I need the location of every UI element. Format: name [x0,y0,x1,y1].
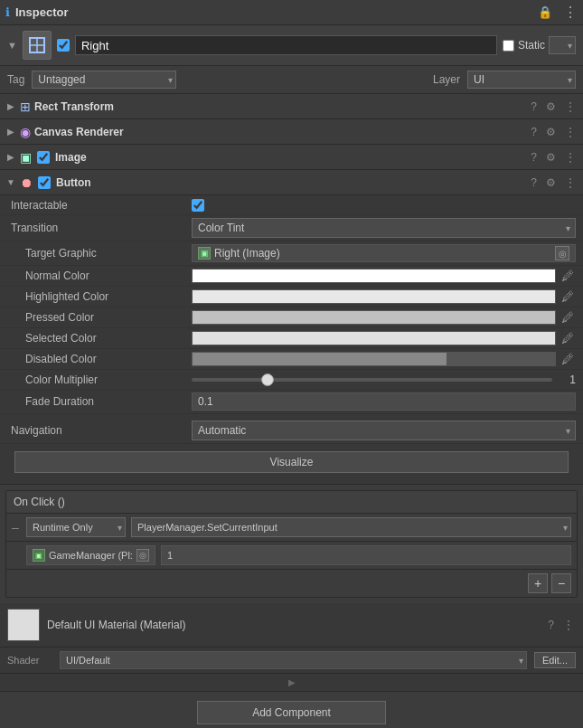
canvas-renderer-settings-icon[interactable]: ⚙ [544,126,558,138]
disabled-color-eyedropper[interactable]: 🖉 [559,352,576,366]
material-section: Default UI Material (Material) ? ⋮ [0,603,583,648]
material-more-icon[interactable]: ⋮ [561,619,576,631]
onclick-dash: – [12,520,21,534]
color-multiplier-row: Color Multiplier 1 [0,370,583,390]
rect-transform-settings-icon[interactable]: ⚙ [544,100,558,113]
material-name: Default UI Material (Material) [47,619,539,631]
onclick-row: – Runtime Only PlayerManager.SetCurrentI… [6,514,577,542]
image-help-icon[interactable]: ? [529,151,539,164]
target-graphic-label: Target Graphic [11,247,192,260]
visualize-area: Visualize [0,444,583,484]
image-actions: ? ⚙ ⋮ [529,151,578,164]
material-preview [7,609,40,641]
pressed-color-eyedropper[interactable]: 🖉 [559,310,576,325]
selected-color-eyedropper[interactable]: 🖉 [559,331,576,345]
inspector-header: ℹ Inspector 🔒 ⋮ [0,0,583,25]
add-component-button[interactable]: Add Component [197,701,386,724]
disabled-color-bar[interactable] [192,352,556,366]
image-expand-arrow: ▶ [5,152,16,162]
shader-dropdown-wrapper[interactable]: UI/Default [60,651,527,669]
interactable-label: Interactable [11,199,192,212]
static-dropdown-wrapper[interactable] [549,36,576,54]
collapse-row[interactable]: ▶ [0,674,583,692]
interactable-checkbox[interactable] [192,199,204,212]
normal-color-eyedropper[interactable]: 🖉 [559,269,576,283]
button-properties: Interactable Transition Color Tint Targe… [0,195,583,485]
component-row-rect-transform[interactable]: ▶ ⊞ Rect Transform ? ⚙ ⋮ [0,94,583,119]
component-row-image[interactable]: ▶ ▣ Image ? ⚙ ⋮ [0,145,583,170]
shader-row: Shader UI/Default Edit... [0,648,583,674]
interactable-value [192,199,576,212]
onclick-object-row: ▣ GameManager (Pl: ◎ [6,542,577,570]
normal-color-bar[interactable] [192,269,556,283]
button-active-checkbox[interactable] [38,176,51,189]
navigation-value: Automatic [192,421,576,440]
onclick-add-btn[interactable]: + [528,573,548,593]
button-help-icon[interactable]: ? [529,176,539,189]
runtime-dropdown[interactable]: Runtime Only [26,517,126,537]
tag-dropdown-wrapper[interactable]: Untagged [32,71,176,89]
navigation-dropdown[interactable]: Automatic [192,421,576,440]
more-icon[interactable]: ⋮ [563,4,578,21]
disabled-color-bar-wrapper: 🖉 [192,352,576,366]
transition-label: Transition [11,222,192,234]
transition-dropdown[interactable]: Color Tint [192,218,576,238]
function-dropdown[interactable]: PlayerManager.SetCurrentInput [131,517,571,537]
static-checkbox[interactable] [503,40,514,52]
object-active-checkbox[interactable] [57,39,70,52]
normal-color-value: 🖉 [192,269,576,283]
tag-dropdown[interactable]: Untagged [32,71,176,89]
rect-transform-help-icon[interactable]: ? [529,100,539,113]
button-component-header[interactable]: ▼ ⏺ Button ? ⚙ ⋮ [0,170,583,195]
object-icon [23,31,52,60]
layer-dropdown-wrapper[interactable]: UI [467,71,576,89]
object-header: ▼ Static [0,25,583,66]
pressed-color-bar[interactable] [192,310,556,325]
object-name-input[interactable] [75,35,497,55]
shader-dropdown[interactable]: UI/Default [60,651,527,669]
button-more-icon[interactable]: ⋮ [563,176,578,189]
fade-duration-input[interactable] [192,392,576,411]
highlighted-color-eyedropper[interactable]: 🖉 [559,289,576,304]
layer-label: Layer [433,73,460,86]
selected-color-bar[interactable] [192,331,556,345]
target-pick-btn[interactable]: ◎ [555,246,569,260]
material-help-icon[interactable]: ? [546,619,556,631]
canvas-renderer-expand-arrow: ▶ [5,127,16,137]
rect-transform-more-icon[interactable]: ⋮ [563,100,578,113]
game-object-pick-btn[interactable]: ◎ [136,549,149,562]
function-dropdown-wrapper[interactable]: PlayerManager.SetCurrentInput [131,517,571,537]
target-field[interactable]: ▣ Right (Image) ◎ [192,244,576,262]
transition-row: Transition Color Tint [0,215,583,241]
transition-dropdown-wrapper[interactable]: Color Tint [192,218,576,238]
visualize-button[interactable]: Visualize [14,451,569,473]
runtime-dropdown-wrapper[interactable]: Runtime Only [26,517,126,537]
color-multiplier-slider[interactable] [192,378,552,382]
disabled-color-value: 🖉 [192,352,576,366]
button-icon: ⏺ [20,175,33,190]
selected-color-label: Selected Color [11,332,192,345]
static-dropdown[interactable] [549,36,576,54]
image-label: Image [55,151,525,164]
object-expand-arrow[interactable]: ▼ [7,40,17,51]
lock-icon[interactable]: 🔒 [538,5,552,19]
image-active-checkbox[interactable] [37,151,50,164]
fade-duration-label: Fade Duration [11,395,192,408]
edit-button[interactable]: Edit... [534,652,576,668]
color-multiplier-label: Color Multiplier [11,373,192,386]
navigation-dropdown-wrapper[interactable]: Automatic [192,421,576,440]
layer-dropdown[interactable]: UI [467,71,576,89]
onclick-value-input[interactable] [161,545,571,565]
image-more-icon[interactable]: ⋮ [563,151,578,164]
component-row-canvas-renderer[interactable]: ▶ ◉ Canvas Renderer ? ⚙ ⋮ [0,119,583,145]
canvas-renderer-more-icon[interactable]: ⋮ [563,126,578,138]
game-object-field[interactable]: ▣ GameManager (Pl: ◎ [26,545,155,565]
canvas-renderer-help-icon[interactable]: ? [529,126,539,138]
navigation-row: Navigation Automatic [0,418,583,444]
color-multiplier-value: 1 [192,373,576,386]
highlighted-color-bar[interactable] [192,289,556,304]
image-settings-icon[interactable]: ⚙ [544,151,558,164]
button-settings-icon[interactable]: ⚙ [544,176,558,189]
transition-value: Color Tint [192,218,576,238]
onclick-remove-btn[interactable]: − [551,573,571,593]
